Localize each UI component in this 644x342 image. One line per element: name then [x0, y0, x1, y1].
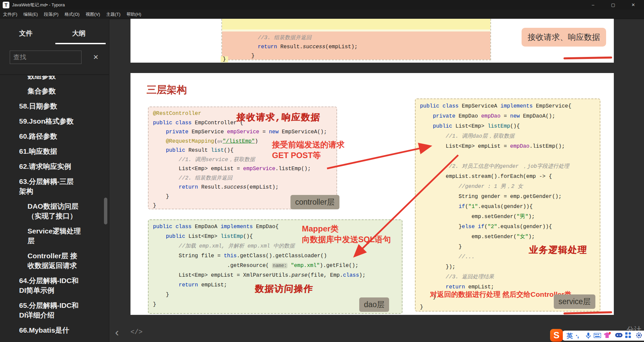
sidebar-collapse-icon[interactable]: ‹ — [115, 326, 119, 339]
code-lines: //3. 组装数据并返回 return Result.success(empLi… — [245, 33, 358, 61]
app-icon: T — [3, 2, 9, 8]
tab-files[interactable]: 文件 — [19, 29, 33, 38]
outline-item[interactable]: DAO数据访问层 （实现了接口） — [0, 201, 109, 221]
document-top-strip[interactable]: //3. 组装数据并返回 return Result.success(empLi… — [130, 19, 614, 63]
skin-icon[interactable] — [604, 332, 611, 340]
outline-item[interactable]: 65.分层解耦-IDC和 DI详细介绍 — [0, 300, 109, 320]
outline-item[interactable]: 64.分层解耦-IDC和 DI简单示例 — [0, 276, 109, 295]
ime-logo-icon[interactable]: S — [550, 329, 563, 342]
outline-item[interactable]: 58.日期参数 — [0, 101, 109, 111]
typora-window: T JavaWeb笔记.md• - Typora – ▢ ✕ 文件(F)编辑(E… — [0, 0, 644, 342]
maximize-icon[interactable]: ▢ — [605, 0, 621, 10]
face-icon[interactable] — [615, 332, 623, 340]
title-bar: T JavaWeb笔记.md• - Typora – ▢ ✕ — [0, 0, 644, 10]
window-title: JavaWeb笔记.md• - Typora — [12, 2, 65, 8]
code-highlight-yellow — [222, 19, 490, 29]
menu-item[interactable]: 视图(V) — [83, 10, 103, 19]
outline-item[interactable]: Controller层 接 收数据返回请求 — [0, 251, 109, 270]
dao-layer-label: dao层 — [359, 297, 389, 312]
ime-punctuation-icon[interactable]: ·, — [576, 332, 578, 340]
dao-note-line2: 向数据库中发送SQL语句 — [302, 234, 391, 245]
section-heading: 三层架构 — [147, 83, 187, 97]
code-line — [245, 20, 248, 26]
outline-item[interactable]: 数组参数 — [0, 76, 109, 81]
menu-item[interactable]: 主题(T) — [103, 10, 123, 19]
sidebar-divider — [0, 74, 109, 75]
receive-response-label: 接收请求、响应数据 — [522, 28, 606, 47]
sidebar: 文件 大纲 × 数组参数集合参数58.日期参数59.Json格式参数60.路径参… — [0, 19, 109, 342]
keyboard-icon[interactable] — [594, 333, 601, 341]
outline-item[interactable]: 61.响应数据 — [0, 146, 109, 156]
close-icon[interactable]: ✕ — [626, 0, 641, 10]
gear-icon[interactable] — [636, 332, 642, 340]
mic-icon[interactable] — [586, 332, 591, 340]
outline-item[interactable]: 63.分层解耦-三层 架构 — [0, 177, 109, 196]
code-highlight-salmon: //3. 组装数据并返回 return Result.success(empLi… — [222, 31, 490, 60]
ime-toolbar[interactable] — [562, 331, 644, 341]
service-layer-label: service层 — [554, 294, 595, 309]
service-bottom-note: 对返回的数据进行处理 然后交给Controller类 — [430, 290, 571, 299]
sidebar-scrollbar-thumb[interactable] — [104, 198, 107, 224]
controller-brush-note: 接收请求,响应数据 — [236, 111, 321, 123]
menu-bar: 文件(F)编辑(E)段落(P)格式(O)视图(V)主题(T)帮助(H) — [0, 10, 644, 19]
grid-icon[interactable] — [625, 332, 631, 340]
outline-item[interactable]: 60.路径参数 — [0, 131, 109, 141]
document-image-area[interactable]: 三层架构 @RestControllerpublic class EmpCont… — [130, 73, 614, 315]
menu-item[interactable]: 格式(O) — [61, 10, 83, 19]
controller-note-line2: GET POST等 — [272, 150, 321, 161]
menu-item[interactable]: 编辑(E) — [20, 10, 41, 19]
outline-list: 数组参数集合参数58.日期参数59.Json格式参数60.路径参数61.响应数据… — [0, 76, 109, 342]
dao-brush-note: 数据访问操作 — [255, 283, 314, 295]
active-tab-underline — [55, 43, 106, 44]
outline-item[interactable]: 集合参数 — [0, 86, 109, 96]
tab-outline[interactable]: 大纲 — [72, 29, 86, 38]
menu-item[interactable]: 段落(P) — [41, 10, 61, 19]
outline-item[interactable]: 59.Json格式参数 — [0, 116, 109, 126]
dao-note-line1: Mapper类 — [302, 223, 338, 234]
clear-search-icon[interactable]: × — [93, 52, 98, 62]
search-input[interactable] — [10, 51, 88, 64]
ime-language-mode[interactable]: 英 — [567, 332, 573, 340]
menu-item[interactable]: 帮助(H) — [123, 10, 144, 19]
menu-item[interactable]: 文件(F) — [0, 10, 20, 19]
controller-layer-label: controller层 — [290, 195, 339, 209]
code-block-tail: //3. 组装数据并返回 return Result.success(empLi… — [221, 19, 491, 60]
outline-item[interactable]: 66.Mybatis是什 — [0, 325, 109, 335]
minimize-icon[interactable]: – — [585, 0, 601, 10]
outline-search-box[interactable] — [10, 51, 82, 64]
outline-item[interactable]: Service逻辑处理 层 — [0, 226, 109, 246]
source-mode-icon[interactable]: </> — [130, 328, 143, 336]
trailing-brace: } — [221, 56, 228, 62]
controller-note-line1: 接受前端发送的请求 — [272, 139, 344, 150]
red-underline-top — [564, 57, 612, 60]
service-code-block: public class EmpServiceA implements EmpS… — [415, 98, 600, 312]
service-code: public class EmpServiceA implements EmpS… — [420, 101, 571, 312]
service-brush-note: 业务逻辑处理 — [529, 244, 588, 256]
outline-item[interactable]: 62.请求响应实例 — [0, 161, 109, 171]
